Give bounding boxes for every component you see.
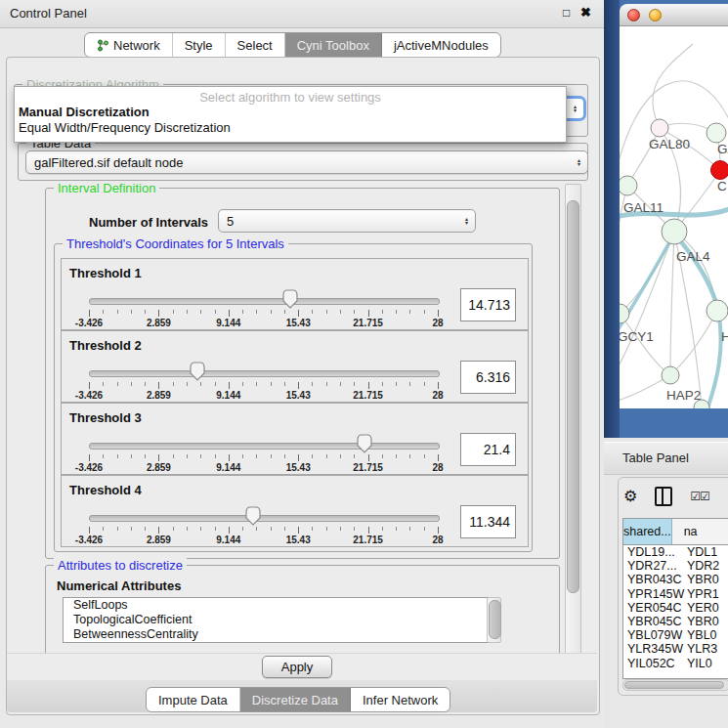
slider-tick-label: 9.144: [206, 390, 251, 401]
tab-discretize-data[interactable]: Discretize Data: [240, 688, 351, 711]
attribute-list-item[interactable]: SelfLoops: [64, 598, 488, 613]
slider-tick-label: -3.426: [66, 318, 111, 328]
slider-tick-label: 28: [415, 462, 460, 473]
slider-tick: [215, 454, 216, 458]
slider-tick: [326, 382, 327, 386]
network-graph: GAL80GACGAL11GAL4GCY1HHAP2: [620, 26, 728, 408]
apply-button[interactable]: Apply: [262, 656, 332, 678]
table-row[interactable]: YBR043CYBR0: [623, 573, 728, 586]
slider-tick: [396, 527, 397, 531]
table-row[interactable]: YBL079WYBL0: [623, 628, 728, 642]
threshold-slider-thumb[interactable]: [357, 434, 372, 453]
table-data-combobox[interactable]: galFiltered.sif default node ▴▾: [25, 150, 588, 174]
network-node[interactable]: [620, 176, 637, 195]
table-row[interactable]: YLR345WYLR3: [623, 642, 728, 656]
table-row[interactable]: YDL19...YDL1: [623, 545, 728, 559]
slider-tick: [284, 382, 285, 386]
slider-tick: [158, 310, 159, 317]
slider-tick: [326, 310, 327, 314]
zoom-traffic-light-icon[interactable]: [670, 10, 681, 21]
network-node[interactable]: [651, 119, 668, 137]
table-row[interactable]: YER054CYER0: [623, 601, 728, 615]
slider-tick: [200, 382, 201, 386]
float-window-icon[interactable]: □: [563, 6, 570, 20]
slider-tick: [326, 454, 327, 458]
close-traffic-light-icon[interactable]: [627, 9, 640, 21]
close-icon[interactable]: ✖: [580, 5, 591, 20]
threshold-slider-track[interactable]: [89, 443, 440, 450]
tab-jactivemnodules[interactable]: jActiveMNodules: [382, 33, 500, 57]
table-hscrollbar-thumb[interactable]: [624, 681, 724, 689]
threshold-slider-thumb[interactable]: [190, 362, 205, 381]
network-node[interactable]: [711, 161, 728, 180]
threshold-value-field[interactable]: 21.4: [460, 433, 516, 466]
popup-item-manual-discretization[interactable]: Manual Discretization: [19, 105, 150, 119]
tab-cyni-toolbox-label: Cyni Toolbox: [297, 38, 369, 53]
network-node[interactable]: [620, 304, 629, 323]
network-canvas[interactable]: GAL80GACGAL11GAL4GCY1HHAP2: [620, 26, 728, 408]
slider-tick: [409, 527, 410, 531]
slider-tick: [354, 382, 355, 386]
threshold-slider-thumb[interactable]: [282, 289, 298, 309]
slider-tick: [103, 454, 104, 458]
split-view-icon[interactable]: [655, 487, 672, 506]
threshold-slider-track[interactable]: [89, 515, 440, 522]
table-cell-shared-name: YBL079W: [623, 628, 687, 642]
number-of-intervals-spinner[interactable]: 5 ▴▾: [218, 209, 476, 233]
gear-icon[interactable]: ⚙: [623, 489, 637, 504]
network-node[interactable]: [662, 219, 687, 244]
network-node[interactable]: [707, 300, 728, 321]
checked-boxes-icon[interactable]: ☑☑: [690, 490, 709, 503]
table-hscrollbar[interactable]: [622, 679, 728, 691]
tab-style[interactable]: Style: [173, 33, 226, 57]
attributes-list-scrollbar[interactable]: [487, 597, 501, 643]
table-row[interactable]: YBR045CYBR0: [623, 615, 728, 628]
settings-scrollbar-thumb[interactable]: [567, 200, 579, 593]
threshold-value-field[interactable]: 6.316: [460, 361, 516, 394]
tab-select[interactable]: Select: [226, 33, 285, 57]
slider-tick-label: 2.859: [136, 390, 181, 401]
attributes-scrollbar-thumb[interactable]: [489, 600, 501, 639]
network-window-titlebar[interactable]: [620, 4, 728, 26]
column-header-shared-name[interactable]: shared...: [623, 519, 672, 544]
settings-scrollbar[interactable]: [565, 184, 581, 655]
threshold-value-field[interactable]: 14.713: [460, 288, 516, 321]
network-node-label: GA: [717, 142, 728, 156]
tab-cyni-toolbox[interactable]: Cyni Toolbox: [285, 33, 382, 57]
table-row[interactable]: YPR145WYPR1: [623, 587, 728, 601]
slider-tick: [396, 382, 397, 386]
slider-tick: [424, 454, 425, 458]
tab-network[interactable]: Network: [85, 33, 173, 57]
slider-tick: [438, 310, 439, 317]
network-node[interactable]: [707, 123, 726, 143]
thresholds-group: Threshold's Coordinates for 5 Intervals …: [54, 243, 533, 552]
popup-item-equal-width[interactable]: Equal Width/Frequency Discretization: [19, 120, 231, 135]
tab-infer-network[interactable]: Infer Network: [351, 688, 450, 711]
numerical-attributes-list[interactable]: SelfLoopsTopologicalCoefficientBetweenne…: [63, 597, 489, 643]
threshold-slider-track[interactable]: [89, 298, 440, 305]
combo-arrows-icon: ▴▾: [578, 158, 580, 166]
column-header-name[interactable]: na: [672, 519, 728, 544]
slider-tick-label: 21.715: [346, 462, 391, 473]
table-row[interactable]: YDR27...YDR2: [623, 559, 728, 573]
threshold-value-field[interactable]: 11.344: [460, 505, 516, 538]
slider-tick: [103, 310, 104, 314]
tab-impute-data-label: Impute Data: [158, 693, 228, 707]
slider-tick: [340, 454, 341, 458]
table-row[interactable]: YIL052CYIL0: [623, 657, 728, 670]
minimize-traffic-light-icon[interactable]: [649, 9, 662, 21]
threshold-slider-thumb[interactable]: [245, 506, 261, 526]
node-table[interactable]: shared... na YDL19...YDL1YDR27...YDR2YBR…: [622, 518, 728, 679]
slider-tick: [409, 454, 410, 458]
network-node-label: GAL4: [676, 249, 710, 264]
screen: Control Panel □ ✖ Network Style Select C…: [0, 0, 728, 728]
interval-definition-group-title: Interval Definition: [54, 184, 159, 195]
attribute-list-item[interactable]: BetweennessCentrality: [64, 627, 488, 642]
slider-tick: [256, 454, 257, 458]
tab-impute-data[interactable]: Impute Data: [147, 688, 240, 711]
threshold-slider-track[interactable]: [89, 370, 440, 377]
slider-tick-label: 28: [415, 535, 460, 545]
network-node[interactable]: [662, 366, 679, 384]
table-data-combobox-value: galFiltered.sif default node: [34, 155, 183, 170]
attribute-list-item[interactable]: TopologicalCoefficient: [64, 613, 488, 627]
